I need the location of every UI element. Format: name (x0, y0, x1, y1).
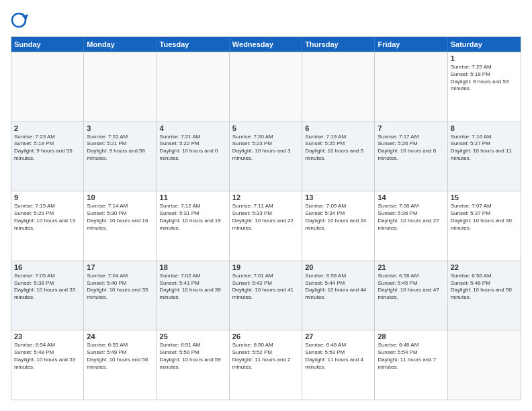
calendar-cell: 11Sunrise: 7:12 AM Sunset: 5:31 PM Dayli… (157, 191, 230, 261)
calendar-cell: 19Sunrise: 7:01 AM Sunset: 5:42 PM Dayli… (230, 261, 302, 330)
cell-day-number: 5 (232, 124, 299, 132)
calendar-week-2: 2Sunrise: 7:23 AM Sunset: 5:19 PM Daylig… (11, 122, 521, 191)
cell-daylight-info: Sunrise: 7:21 AM Sunset: 5:22 PM Dayligh… (160, 134, 226, 163)
calendar-cell: 6Sunrise: 7:19 AM Sunset: 5:25 PM Daylig… (302, 122, 375, 191)
cell-daylight-info: Sunrise: 7:01 AM Sunset: 5:42 PM Dayligh… (232, 273, 299, 302)
cell-day-number: 1 (451, 54, 518, 62)
calendar-week-4: 16Sunrise: 7:05 AM Sunset: 5:38 PM Dayli… (11, 261, 521, 330)
cell-day-number: 2 (14, 124, 81, 132)
calendar-week-3: 9Sunrise: 7:15 AM Sunset: 5:29 PM Daylig… (11, 191, 521, 261)
cell-daylight-info: Sunrise: 7:19 AM Sunset: 5:25 PM Dayligh… (305, 134, 371, 163)
cell-day-number: 12 (232, 193, 299, 201)
cell-daylight-info: Sunrise: 7:22 AM Sunset: 5:21 PM Dayligh… (87, 134, 153, 163)
calendar-cell: 26Sunrise: 6:50 AM Sunset: 5:52 PM Dayli… (230, 330, 302, 400)
cell-day-number: 8 (451, 124, 518, 132)
logo (11, 11, 32, 30)
cell-day-number: 19 (232, 263, 299, 271)
calendar-cell (448, 330, 521, 400)
cell-day-number: 25 (160, 332, 226, 340)
calendar-cell: 24Sunrise: 6:53 AM Sunset: 5:49 PM Dayli… (84, 330, 157, 400)
cell-day-number: 13 (305, 193, 371, 201)
cell-day-number: 18 (160, 263, 226, 271)
calendar-cell: 28Sunrise: 6:46 AM Sunset: 5:54 PM Dayli… (375, 330, 447, 400)
calendar-header: SundayMondayTuesdayWednesdayThursdayFrid… (11, 37, 521, 52)
cell-daylight-info: Sunrise: 7:17 AM Sunset: 5:26 PM Dayligh… (378, 134, 444, 163)
header-day-sunday: Sunday (11, 37, 84, 52)
calendar-cell: 2Sunrise: 7:23 AM Sunset: 5:19 PM Daylig… (11, 122, 84, 191)
cell-daylight-info: Sunrise: 6:50 AM Sunset: 5:52 PM Dayligh… (232, 342, 299, 371)
cell-day-number: 16 (14, 263, 81, 271)
header-day-friday: Friday (375, 37, 447, 52)
cell-daylight-info: Sunrise: 6:56 AM Sunset: 5:46 PM Dayligh… (451, 273, 518, 302)
cell-day-number: 21 (378, 263, 444, 271)
header-day-monday: Monday (84, 37, 157, 52)
cell-day-number: 24 (87, 332, 153, 340)
header-day-wednesday: Wednesday (230, 37, 302, 52)
cell-day-number: 22 (451, 263, 518, 271)
cell-day-number: 14 (378, 193, 444, 201)
cell-daylight-info: Sunrise: 7:15 AM Sunset: 5:29 PM Dayligh… (14, 203, 81, 232)
cell-daylight-info: Sunrise: 7:16 AM Sunset: 5:27 PM Dayligh… (451, 134, 518, 163)
cell-daylight-info: Sunrise: 7:25 AM Sunset: 5:18 PM Dayligh… (451, 64, 518, 93)
header-day-saturday: Saturday (448, 37, 521, 52)
calendar-cell: 18Sunrise: 7:02 AM Sunset: 5:41 PM Dayli… (157, 261, 230, 330)
cell-daylight-info: Sunrise: 7:08 AM Sunset: 5:36 PM Dayligh… (378, 203, 444, 232)
calendar-cell: 3Sunrise: 7:22 AM Sunset: 5:21 PM Daylig… (84, 122, 157, 191)
calendar-cell (302, 52, 375, 122)
cell-daylight-info: Sunrise: 7:23 AM Sunset: 5:19 PM Dayligh… (14, 134, 81, 163)
header (11, 11, 521, 30)
calendar-cell: 20Sunrise: 6:59 AM Sunset: 5:44 PM Dayli… (302, 261, 375, 330)
cell-daylight-info: Sunrise: 6:54 AM Sunset: 5:48 PM Dayligh… (14, 342, 81, 371)
cell-day-number: 3 (87, 124, 153, 132)
calendar-cell: 14Sunrise: 7:08 AM Sunset: 5:36 PM Dayli… (375, 191, 447, 261)
cell-day-number: 28 (378, 332, 444, 340)
calendar-cell: 1Sunrise: 7:25 AM Sunset: 5:18 PM Daylig… (448, 52, 521, 122)
header-day-thursday: Thursday (302, 37, 375, 52)
calendar: SundayMondayTuesdayWednesdayThursdayFrid… (11, 36, 521, 400)
cell-daylight-info: Sunrise: 6:48 AM Sunset: 5:53 PM Dayligh… (305, 342, 371, 371)
calendar-cell (230, 52, 302, 122)
calendar-cell: 21Sunrise: 6:58 AM Sunset: 5:45 PM Dayli… (375, 261, 447, 330)
cell-day-number: 15 (451, 193, 518, 201)
calendar-cell (11, 52, 84, 122)
cell-day-number: 20 (305, 263, 371, 271)
calendar-cell: 13Sunrise: 7:09 AM Sunset: 5:34 PM Dayli… (302, 191, 375, 261)
calendar-cell: 7Sunrise: 7:17 AM Sunset: 5:26 PM Daylig… (375, 122, 447, 191)
logo-icon (11, 11, 30, 30)
calendar-cell: 12Sunrise: 7:11 AM Sunset: 5:33 PM Dayli… (230, 191, 302, 261)
calendar-cell (375, 52, 447, 122)
calendar-week-1: 1Sunrise: 7:25 AM Sunset: 5:18 PM Daylig… (11, 52, 521, 122)
cell-day-number: 17 (87, 263, 153, 271)
cell-day-number: 9 (14, 193, 81, 201)
calendar-cell (84, 52, 157, 122)
calendar-cell: 27Sunrise: 6:48 AM Sunset: 5:53 PM Dayli… (302, 330, 375, 400)
calendar-cell: 16Sunrise: 7:05 AM Sunset: 5:38 PM Dayli… (11, 261, 84, 330)
calendar-body: 1Sunrise: 7:25 AM Sunset: 5:18 PM Daylig… (11, 52, 521, 400)
calendar-cell: 8Sunrise: 7:16 AM Sunset: 5:27 PM Daylig… (448, 122, 521, 191)
calendar-cell: 25Sunrise: 6:51 AM Sunset: 5:50 PM Dayli… (157, 330, 230, 400)
cell-day-number: 26 (232, 332, 299, 340)
cell-daylight-info: Sunrise: 6:46 AM Sunset: 5:54 PM Dayligh… (378, 342, 444, 371)
cell-daylight-info: Sunrise: 6:59 AM Sunset: 5:44 PM Dayligh… (305, 273, 371, 302)
calendar-cell: 5Sunrise: 7:20 AM Sunset: 5:23 PM Daylig… (230, 122, 302, 191)
calendar-week-5: 23Sunrise: 6:54 AM Sunset: 5:48 PM Dayli… (11, 330, 521, 400)
cell-day-number: 6 (305, 124, 371, 132)
cell-daylight-info: Sunrise: 6:51 AM Sunset: 5:50 PM Dayligh… (160, 342, 226, 371)
calendar-cell: 4Sunrise: 7:21 AM Sunset: 5:22 PM Daylig… (157, 122, 230, 191)
cell-day-number: 7 (378, 124, 444, 132)
calendar-cell: 9Sunrise: 7:15 AM Sunset: 5:29 PM Daylig… (11, 191, 84, 261)
cell-daylight-info: Sunrise: 6:58 AM Sunset: 5:45 PM Dayligh… (378, 273, 444, 302)
cell-day-number: 23 (14, 332, 81, 340)
cell-daylight-info: Sunrise: 6:53 AM Sunset: 5:49 PM Dayligh… (87, 342, 153, 371)
cell-day-number: 10 (87, 193, 153, 201)
cell-daylight-info: Sunrise: 7:20 AM Sunset: 5:23 PM Dayligh… (232, 134, 299, 163)
cell-daylight-info: Sunrise: 7:05 AM Sunset: 5:38 PM Dayligh… (14, 273, 81, 302)
calendar-cell: 23Sunrise: 6:54 AM Sunset: 5:48 PM Dayli… (11, 330, 84, 400)
cell-daylight-info: Sunrise: 7:07 AM Sunset: 5:37 PM Dayligh… (451, 203, 518, 232)
cell-day-number: 27 (305, 332, 371, 340)
cell-daylight-info: Sunrise: 7:02 AM Sunset: 5:41 PM Dayligh… (160, 273, 226, 302)
calendar-cell: 22Sunrise: 6:56 AM Sunset: 5:46 PM Dayli… (448, 261, 521, 330)
cell-daylight-info: Sunrise: 7:09 AM Sunset: 5:34 PM Dayligh… (305, 203, 371, 232)
header-day-tuesday: Tuesday (157, 37, 230, 52)
page: SundayMondayTuesdayWednesdayThursdayFrid… (0, 0, 532, 411)
